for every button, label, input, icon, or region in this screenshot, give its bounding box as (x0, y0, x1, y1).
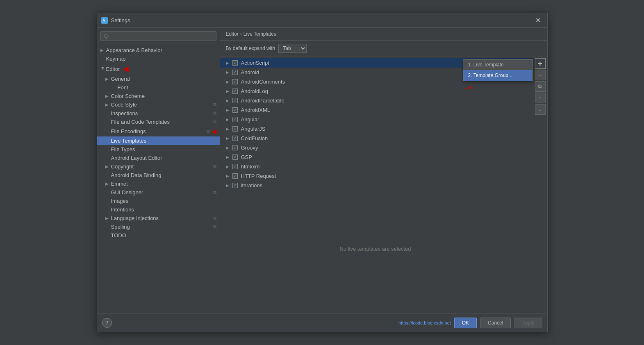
template-item-androidlog[interactable]: ▶ AndroidLog (220, 86, 547, 96)
arrow-icon: ▶ (105, 94, 110, 98)
expand-arrow-icon: ▶ (226, 136, 230, 141)
expand-arrow-icon: ▶ (226, 98, 230, 103)
sidebar-item-label: Appearance & Behavior (106, 47, 162, 53)
bottom-actions: https://icode.blog.csdn.net OK Cancel Ap… (398, 318, 542, 328)
empty-state: No live templates are selected (220, 185, 531, 313)
template-item-gsp[interactable]: ▶ GSP (220, 152, 547, 162)
template-item-htmlxml[interactable]: ▶ html/xml (220, 162, 547, 171)
move-up-button[interactable]: ↑ (535, 93, 546, 103)
search-input[interactable] (100, 31, 216, 41)
move-down-button[interactable]: ↓ (535, 104, 546, 115)
sidebar-item-live-templates[interactable]: ▶ Live Templates (97, 136, 220, 145)
template-checkbox[interactable] (232, 154, 238, 160)
arrow-icon: ▶ (105, 77, 110, 81)
sidebar-item-file-encodings[interactable]: ▶ File Encodings ⧉ ◀ (97, 126, 220, 136)
template-checkbox[interactable] (232, 79, 238, 84)
template-checkbox[interactable] (232, 136, 238, 141)
sidebar-item-todo[interactable]: ▶ TODO (97, 231, 220, 240)
template-checkbox[interactable] (232, 117, 238, 122)
dropdown-item-live-template[interactable]: 1. Live Template (463, 59, 532, 70)
app-icon: A (101, 17, 108, 24)
sidebar-item-label: General (111, 76, 130, 82)
arrow-icon: ▶ (100, 66, 105, 71)
arrow-icon: ▶ (105, 102, 110, 107)
template-checkbox[interactable] (232, 98, 238, 103)
sidebar-item-label: Code Style (111, 102, 137, 108)
copy-icon: ⧉ (207, 129, 210, 134)
help-button[interactable]: ? (102, 318, 112, 328)
expand-arrow-icon: ▶ (226, 79, 230, 84)
link[interactable]: https://icode.blog.csdn.net (398, 320, 451, 325)
expand-arrow-icon: ▶ (226, 174, 230, 178)
template-checkbox[interactable] (232, 89, 238, 94)
sidebar-item-general[interactable]: ▶ General (97, 75, 220, 83)
cancel-button[interactable]: Cancel (480, 318, 511, 328)
ok-button[interactable]: OK (454, 318, 477, 328)
template-checkbox[interactable] (232, 145, 238, 150)
sidebar-item-intentions[interactable]: ▶ Intentions (97, 205, 220, 214)
sidebar-item-keymap[interactable]: ▶ Keymap (97, 54, 220, 63)
template-name: Android (241, 69, 259, 75)
sidebar-item-font[interactable]: ▶ Font (97, 83, 220, 92)
main-content: ▶ Appearance & Behavior ▶ Keymap ▶ Edito… (97, 28, 547, 313)
apply-button[interactable]: Apply (514, 318, 542, 328)
template-name: Groovy (241, 145, 258, 151)
sidebar-item-label: Android Layout Editor (111, 155, 162, 161)
template-item-androidparcelable[interactable]: ▶ AndroidParcelable (220, 96, 547, 105)
sidebar-item-emmet[interactable]: ▶ Emmet (97, 179, 220, 188)
expand-arrow-icon: ▶ (226, 61, 230, 65)
template-item-coldfusion[interactable]: ▶ ColdFusion (220, 134, 547, 143)
sidebar-item-color-scheme[interactable]: ▶ Color Scheme (97, 92, 220, 100)
sidebar-item-file-types[interactable]: ▶ File Types (97, 145, 220, 154)
red-arrow-file-encodings: ◀ (212, 127, 216, 135)
template-item-angular[interactable]: ▶ Angular (220, 115, 547, 124)
sidebar-item-inspections[interactable]: ▶ Inspections ⧉ (97, 109, 220, 118)
bottom-bar: ? https://icode.blog.csdn.net OK Cancel … (97, 313, 547, 332)
close-button[interactable]: ✕ (533, 16, 543, 25)
template-checkbox[interactable] (232, 164, 238, 169)
sidebar-item-android-data-binding[interactable]: ▶ Android Data Binding (97, 171, 220, 179)
template-checkbox-actionscript[interactable] (232, 60, 238, 66)
copy-button[interactable]: ⧉ (535, 81, 546, 92)
sidebar-item-label: Language Injections (111, 215, 159, 221)
remove-button[interactable]: − (535, 70, 546, 80)
add-button[interactable]: + (535, 58, 546, 69)
sidebar-item-file-code-templates[interactable]: ▶ File and Code Templates ⧉ (97, 118, 220, 126)
sidebar-item-label: TODO (111, 232, 126, 238)
template-checkbox[interactable] (232, 107, 238, 113)
sidebar-item-gui-designer[interactable]: ▶ GUI Designer ⧉ (97, 188, 220, 197)
template-name: ColdFusion (241, 135, 268, 141)
sidebar-item-copyright[interactable]: ▶ Copyright ⧉ (97, 162, 220, 171)
template-item-groovy[interactable]: ▶ Groovy (220, 143, 547, 152)
template-item-androidxml[interactable]: ▶ AndroidXML (220, 105, 547, 115)
template-checkbox[interactable] (232, 173, 238, 179)
sidebar-item-android-layout-editor[interactable]: ▶ Android Layout Editor (97, 154, 220, 162)
red-arrow-editor: ◀ (123, 64, 129, 73)
sidebar-item-spelling[interactable]: ▶ Spelling ⧉ (97, 222, 220, 231)
dropdown-item-template-group[interactable]: 2. Template Group... (463, 70, 532, 81)
sidebar-item-editor[interactable]: ▶ Editor ◀ (97, 63, 220, 75)
svg-text:A: A (102, 18, 105, 23)
sidebar-item-label: Editor (106, 66, 120, 72)
expand-with-select[interactable]: Tab Enter Space (278, 44, 307, 53)
sidebar-item-label: Color Scheme (111, 93, 145, 99)
sidebar-item-label: Font (118, 84, 128, 91)
sidebar-item-code-style[interactable]: ▶ Code Style ⧉ (97, 100, 220, 109)
template-name: AndroidComments (241, 79, 285, 85)
breadcrumb: Editor › Live Templates (220, 28, 547, 41)
template-checkbox-android[interactable] (232, 70, 238, 75)
template-name: AngularJS (241, 126, 266, 132)
template-checkbox[interactable] (232, 126, 238, 132)
template-item-angularjs[interactable]: ▶ AngularJS (220, 124, 547, 134)
sidebar-item-label: File Types (111, 146, 135, 152)
template-item-http-request[interactable]: ▶ HTTP Request (220, 171, 547, 181)
expand-arrow-icon: ▶ (226, 70, 230, 75)
arrow-icon: ▶ (100, 48, 105, 52)
breadcrumb-part-live-templates: Live Templates (243, 31, 276, 37)
sidebar-item-appearance[interactable]: ▶ Appearance & Behavior (97, 46, 220, 54)
arrow-icon: ▶ (105, 216, 110, 220)
arrow-icon: ▶ (105, 164, 110, 169)
sidebar-item-images[interactable]: ▶ Images (97, 197, 220, 205)
sidebar-item-language-injections[interactable]: ▶ Language Injections ⧉ (97, 214, 220, 222)
expand-arrow-icon: ▶ (226, 108, 230, 112)
